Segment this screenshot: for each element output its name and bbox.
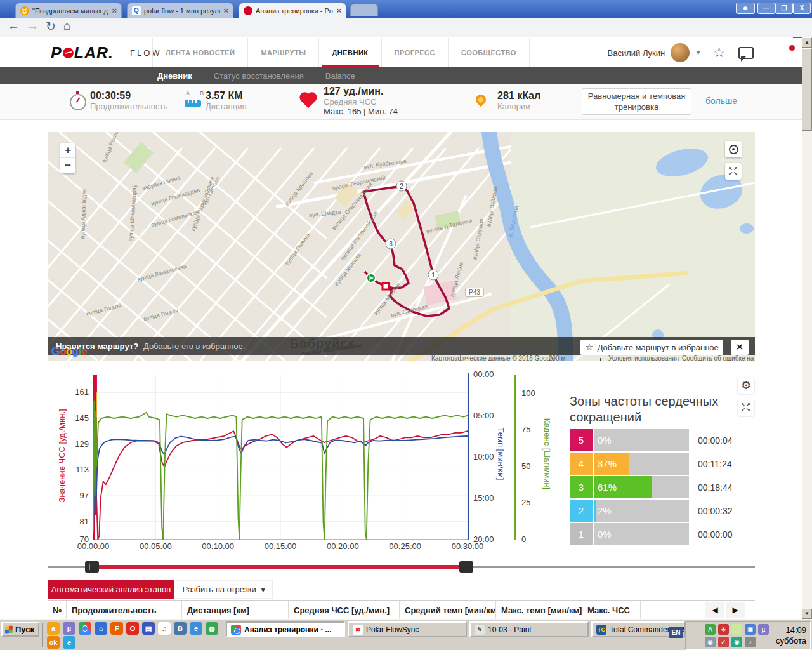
chrome-icon[interactable] [79,622,91,635]
chevron-down-icon[interactable]: ▼ [695,50,701,56]
speaker-icon[interactable]: ♪ [745,637,756,647]
reload-icon[interactable]: ↻ [46,19,56,34]
tab-close-icon[interactable]: × [336,7,341,15]
locate-button[interactable] [725,141,742,157]
opera-icon[interactable]: O [126,622,139,635]
lap-next-button[interactable]: ▶ [726,602,745,618]
calories-label: Калории [497,102,540,111]
like-bar-close-icon[interactable]: × [731,340,749,355]
nav-item-5[interactable]: СООБЩЕСТВО [449,38,530,67]
swirl-icon[interactable]: e [63,636,75,649]
utorrent-icon[interactable]: µ [63,622,75,635]
training-type-button[interactable]: Равномерная и темповая тренировка [582,88,691,115]
lap-column-4[interactable]: Средняя ЧСС [уд./мин.] [289,601,400,620]
polar-logo[interactable]: PLAR. [51,44,114,62]
globe-icon[interactable]: ◍ [206,622,218,635]
lap-prev-button[interactable]: ◀ [705,602,724,618]
chart-settings-gear-icon[interactable]: ⚙ [738,377,754,394]
zone-number: 2 [570,500,593,522]
zone-percent: 61% [598,476,617,498]
more-link[interactable]: больше [705,96,737,106]
amigo-icon[interactable]: a [47,622,60,635]
report-error-link[interactable]: Сообщить об ошибке на карте [682,355,755,361]
shape-icon[interactable] [731,624,742,635]
tab-close-icon[interactable]: × [223,7,228,15]
browser-tab-1[interactable]: @"Поздравляем милых дам!"× [15,3,122,18]
range-slider-handle-right[interactable] [459,561,473,573]
route-cursor-marker[interactable] [383,283,389,289]
close-button[interactable]: X [793,3,811,14]
subnav-item-3[interactable]: Balance [325,67,355,84]
hr-label: Средняя ЧСС [324,97,398,107]
back-icon[interactable]: ← [8,19,20,33]
system-tray: EN A✳▣µ◉✓◉♪ 14:09 суббота [685,621,811,650]
subnav-item-1[interactable]: Дневник [157,67,192,84]
webcam-icon[interactable]: ◉ [705,637,716,647]
feedback-bubble-icon[interactable] [738,47,754,59]
scrollbar-thumb[interactable] [802,48,812,131]
profile-window-icon[interactable]: ☻ [736,3,755,14]
hr-zone-row-3: 361%00:18:44 [570,476,755,498]
split-to-laps-button[interactable]: Разбить на отрезки▼ [176,580,273,599]
nav-item-3[interactable]: ДНЕВНИК [319,38,381,67]
language-indicator[interactable]: EN [669,627,683,638]
browser-titlebar: @"Поздравляем милых дам!"×Qpolar flow - … [0,0,812,18]
maximize-button[interactable]: ❐ [775,3,793,14]
lap-column-3[interactable]: Дистанция [км] [182,601,289,620]
map-fullscreen-button[interactable]: ↖↗↙↘ [725,163,742,180]
vk-icon[interactable]: B [174,622,187,635]
favorite-star-icon[interactable]: ☆ [713,45,725,60]
new-tab-button[interactable] [350,4,378,16]
home-browser-icon[interactable]: ⌂ [95,622,107,635]
scroll-down-icon[interactable]: ▼ [802,609,812,619]
chart-fullscreen-button[interactable]: ↖↗↙↘ [738,399,754,416]
browser-tab-3[interactable]: Анализ тренировки - Polar F× [239,3,346,18]
agent-icon[interactable]: ✳ [718,624,729,635]
page-scrollbar[interactable]: ▲ ▼ [802,37,812,619]
range-slider-selection[interactable] [92,565,466,569]
minimize-button[interactable]: — [757,3,775,14]
taskbar: Пуск aµ⌂FO▤♫Be◍oke Анализ тренировки - .… [0,619,812,650]
firefox-icon[interactable]: F [110,622,123,635]
lap-column-6[interactable]: Макс. темп [мин/км] [496,601,582,620]
lap-column-5[interactable]: Средний темп [мин/км] [400,601,496,620]
training-chart-plot[interactable] [93,375,469,540]
lap-column-7[interactable]: Макс. ЧСС [582,601,641,620]
aimp-icon[interactable]: A [705,624,716,635]
forward-icon[interactable]: → [27,19,39,33]
sync-check-icon[interactable]: ✓ [718,637,729,647]
zoom-in-button[interactable]: + [60,143,75,158]
zoom-out-button[interactable]: − [60,158,75,173]
network-icon[interactable]: ▣ [745,624,756,635]
subnav-item-2[interactable]: Статус восстановления [214,67,304,84]
browser-tab-2[interactable]: Qpolar flow - 1 млн результат× [127,3,233,18]
user-name[interactable]: Василий Лукин [608,48,665,58]
tab-close-icon[interactable]: × [112,7,117,15]
home-icon[interactable]: ⌂ [63,19,70,33]
auto-lap-analysis-button[interactable]: Автоматический анализ этапов [48,580,174,599]
distance-label: Дистанция [206,102,247,111]
add-route-favorite-button[interactable]: ☆ Добавьте маршрут в избранное [580,340,723,355]
taskbar-window-1[interactable]: Анализ тренировки - ... [226,621,345,637]
terms-link[interactable]: Условия использования [608,355,679,361]
music-icon[interactable]: ♫ [158,622,171,635]
cadence-tick: 50 [521,461,544,471]
ok-icon[interactable]: ok [47,636,60,649]
nav-item-1[interactable]: ЛЕНТА НОВОСТЕЙ [152,38,248,67]
taskbar-window-3[interactable]: ✎10-03 - Paint [469,621,589,637]
route-map[interactable]: 123 вул. Куйбышавапросп. Георгиевскийвул… [48,132,755,361]
nav-item-2[interactable]: МАРШРУТЫ [248,38,319,67]
ie-icon[interactable]: e [190,622,202,635]
lap-column-1[interactable]: № [48,601,67,620]
distance-value: 3.57 КМ [206,90,247,102]
avatar[interactable] [671,43,690,62]
utorrent-tray-icon[interactable]: µ [758,624,769,635]
nav-item-4[interactable]: ПРОГРЕСС [382,38,449,67]
taskbar-window-2[interactable]: ≋Polar FlowSync [348,621,467,637]
save-icon[interactable]: ▤ [142,622,155,635]
range-slider-handle-left[interactable] [85,561,99,573]
start-button[interactable]: Пуск [1,622,39,637]
eye-icon[interactable]: ◉ [731,637,742,647]
scroll-up-icon[interactable]: ▲ [802,37,812,48]
lap-column-2[interactable]: Продолжительность [67,601,182,620]
